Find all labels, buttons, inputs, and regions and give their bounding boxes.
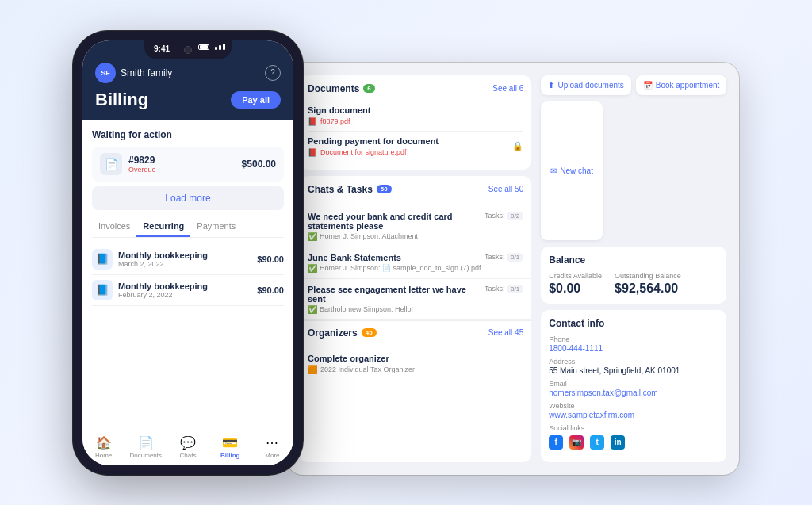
recurring-date-2: February 2, 2022: [118, 291, 208, 299]
documents-section: Documents 6 See all 6 Sign document 📕 f8…: [300, 75, 531, 170]
nav-billing[interactable]: 💳 Billing: [209, 435, 251, 459]
chats-badge: 50: [377, 185, 392, 193]
home-icon: 🏠: [96, 435, 112, 450]
nav-chats-label: Chats: [180, 452, 197, 459]
chat-title-2: June Bank Statements: [308, 253, 485, 262]
chat-item-2[interactable]: June Bank Statements Tasks: 0/1 ✅ Homer …: [300, 247, 531, 279]
more-nav-icon: ⋯: [266, 435, 278, 450]
phone-value[interactable]: 1800-444-1111: [549, 344, 718, 353]
chats-nav-icon: 💬: [180, 435, 196, 450]
help-icon[interactable]: ?: [265, 65, 281, 81]
load-more-button[interactable]: Load more: [92, 186, 284, 210]
pay-all-button[interactable]: Pay all: [231, 91, 281, 109]
bottom-nav: 🏠 Home 📄 Documents 💬 Chats 💳 Billing ⋯: [82, 430, 293, 465]
website-value[interactable]: www.sampletaxfirm.com: [549, 411, 718, 419]
recurring-amount-1: $90.00: [257, 254, 284, 264]
recurring-name-1: Monthly bookkeeping: [118, 251, 208, 260]
new-chat-button[interactable]: ✉ New chat: [541, 101, 603, 240]
contact-title: Contact info: [549, 318, 718, 329]
organizers-see-all[interactable]: See all 45: [488, 328, 523, 337]
twitter-icon[interactable]: t: [590, 435, 604, 450]
upload-icon: ⬆: [548, 81, 554, 90]
tablet-main: Documents 6 See all 6 Sign document 📕 f8…: [300, 75, 531, 462]
doc-filename-1: f8879.pdf: [320, 117, 350, 125]
pdf-icon-2: 📕: [308, 148, 317, 157]
phone-time: 9:41: [154, 44, 170, 53]
instagram-icon[interactable]: 📷: [569, 435, 584, 450]
check-icon-2: ✅: [308, 264, 317, 273]
address-label: Address: [549, 358, 718, 365]
lock-icon: 🔒: [512, 141, 523, 151]
tablet-right-col: ⬆ Upload documents 📅 Book appointment ✉ …: [541, 75, 726, 462]
phone-label: Phone: [549, 335, 718, 343]
chat-item-1[interactable]: We need your bank and credit card statem…: [300, 206, 531, 247]
outstanding-label: Outstanding Balance: [615, 272, 681, 280]
upload-documents-button[interactable]: ⬆ Upload documents: [541, 75, 631, 95]
recurring-item-2: 📘 Monthly bookkeeping February 2, 2022 $…: [92, 275, 284, 306]
documents-title: Documents: [308, 83, 359, 94]
billing-title: Billing: [95, 90, 148, 110]
battery-icon: [198, 44, 209, 50]
billing-nav-icon: 💳: [222, 435, 238, 450]
doc-item-1: Sign document 📕 f8879.pdf: [308, 101, 523, 132]
phone-notch: 9:41: [144, 40, 232, 59]
chat-sub-1: Homer J. Simpson: Attachment: [320, 232, 418, 240]
tab-payments[interactable]: Payments: [190, 218, 242, 237]
nav-home[interactable]: 🏠 Home: [82, 435, 124, 459]
org-title-1: Complete organizer: [308, 354, 523, 363]
organizers-title: Organizers: [308, 327, 358, 339]
chat-sub-2: Homer J. Simpson: 📄 sample_doc_to_sign (…: [320, 264, 481, 272]
recurring-icon-1: 📘: [92, 249, 113, 270]
balance-card: Balance Credits Available $0.00 Outstand…: [541, 247, 726, 304]
chats-section: Chats & Tasks 50 See all 50 We need your…: [300, 176, 531, 462]
email-label: Email: [549, 380, 718, 388]
documents-see-all[interactable]: See all 6: [492, 84, 523, 93]
tab-invoices[interactable]: Invoices: [92, 218, 136, 237]
chat-sub-3: Bartholomew Simpson: Hello!: [320, 305, 413, 313]
organizer-item-1[interactable]: Complete organizer 🟧 2022 Individual Tax…: [300, 348, 531, 380]
billing-tabs: Invoices Recurring Payments: [92, 218, 284, 238]
chats-title: Chats & Tasks: [308, 184, 373, 195]
recurring-name-2: Monthly bookkeeping: [118, 281, 208, 291]
book-appointment-button[interactable]: 📅 Book appointment: [636, 75, 726, 95]
nav-home-label: Home: [95, 452, 112, 459]
facebook-icon[interactable]: f: [549, 435, 563, 450]
calendar-icon: 📅: [643, 81, 653, 90]
doc-item-2: Pending payment for document 📕 Document …: [308, 132, 523, 162]
phone-device: 9:41 SF Smith family ? Billing Pay a: [73, 31, 303, 475]
org-icon-1: 🟧: [308, 365, 317, 374]
signal-icon: [215, 44, 225, 50]
social-label: Social links: [549, 424, 718, 432]
chat-title-3: Please see engagement letter we have sen…: [308, 285, 485, 304]
recurring-date-1: March 2, 2022: [118, 260, 208, 268]
documents-badge: 6: [363, 84, 374, 93]
phone-screen: SF Smith family ? Billing Pay all Waitin…: [82, 40, 293, 465]
doc-title-2: Pending payment for document: [308, 136, 439, 146]
social-links: f 📷 t in: [549, 435, 718, 450]
tablet-device: Documents 6 See all 6 Sign document 📕 f8…: [287, 63, 739, 475]
tab-recurring[interactable]: Recurring: [136, 218, 190, 237]
recurring-amount-2: $90.00: [257, 285, 284, 295]
avatar: SF: [95, 63, 116, 83]
doc-filename-2: Document for signature.pdf: [320, 148, 407, 156]
balance-title: Balance: [549, 254, 718, 266]
nav-documents[interactable]: 📄 Documents: [124, 435, 167, 459]
nav-chats[interactable]: 💬 Chats: [167, 435, 209, 459]
nav-more[interactable]: ⋯ More: [251, 435, 293, 459]
linkedin-icon[interactable]: in: [611, 435, 625, 450]
invoice-icon: 📄: [100, 153, 122, 175]
doc-title-1: Sign document: [308, 105, 370, 115]
contact-card: Contact info Phone 1800-444-1111 Address…: [541, 310, 726, 462]
documents-nav-icon: 📄: [138, 435, 154, 450]
tasks-badge-2: Tasks: 0/1: [485, 253, 523, 261]
pdf-icon-1: 📕: [308, 117, 317, 126]
chat-item-3[interactable]: Please see engagement letter we have sen…: [300, 279, 531, 320]
invoice-status: Overdue: [128, 166, 156, 174]
chats-see-all[interactable]: See all 50: [488, 185, 523, 193]
user-info: SF Smith family: [95, 63, 172, 83]
outstanding-value: $92,564.00: [615, 281, 681, 296]
family-name: Smith family: [121, 67, 172, 78]
chat-icon: ✉: [550, 166, 557, 175]
organizers-badge: 45: [362, 328, 377, 337]
email-value[interactable]: homersimpson.tax@gmail.com: [549, 388, 718, 397]
